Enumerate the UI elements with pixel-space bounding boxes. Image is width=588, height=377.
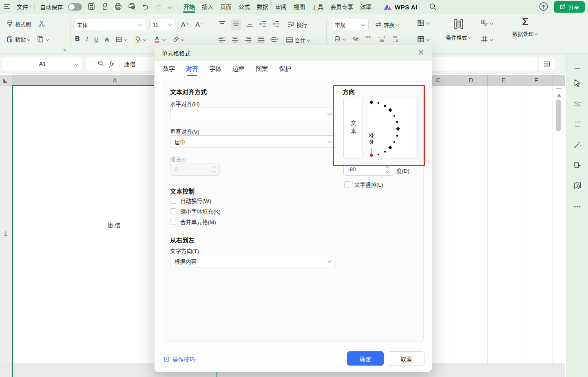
undo-icon[interactable] (141, 2, 149, 12)
paste-button[interactable]: 粘贴 (6, 35, 31, 43)
wrap-text-button[interactable]: 换行 (287, 20, 307, 29)
menu-tab-home[interactable]: 开始 (183, 0, 196, 14)
merge-chevron-icon[interactable] (307, 38, 310, 42)
shrink-font-button[interactable]: A⁻ (195, 21, 203, 29)
menu-tab-insert[interactable]: 插入 (201, 0, 214, 14)
more-options-icon[interactable] (573, 202, 582, 213)
adjust-settings-icon[interactable] (573, 99, 582, 110)
distribute-button[interactable] (270, 35, 279, 45)
eco-book-icon[interactable] (573, 161, 582, 171)
decrease-decimal-button[interactable]: .00→.0 (391, 35, 398, 43)
orientation-vertical-text-box[interactable]: 文本 (343, 98, 363, 159)
align-center-button[interactable] (231, 35, 239, 45)
increase-indent-button[interactable] (272, 20, 280, 29)
table-style-brush-chevron-icon[interactable] (490, 21, 493, 25)
row-header-1[interactable]: 1 (0, 86, 12, 364)
save-icon[interactable] (87, 2, 95, 12)
loop-preview-icon[interactable] (573, 120, 582, 130)
orientation-dot[interactable] (378, 154, 379, 155)
fill-color-button[interactable] (134, 35, 147, 43)
vertical-stack-checkbox[interactable] (344, 181, 350, 187)
file-menu[interactable]: 文件 (16, 0, 29, 14)
align-right-button[interactable] (244, 35, 252, 45)
main-menu-icon[interactable] (3, 3, 11, 11)
bold-button[interactable]: B (75, 35, 80, 43)
paste-chevron-icon[interactable] (27, 37, 31, 41)
align-middle-button[interactable] (231, 19, 241, 30)
decrease-indent-button[interactable] (259, 20, 267, 29)
currency-button[interactable] (334, 35, 346, 43)
grid-frame-chevron-icon[interactable] (490, 37, 493, 41)
degrees-spinner[interactable]: -90 (343, 163, 393, 176)
select-all-corner[interactable] (0, 75, 12, 86)
data-process-button[interactable]: Σ 数据处理 (505, 15, 546, 37)
borders-chevron-icon[interactable] (124, 37, 128, 41)
column-header-e[interactable]: E (497, 77, 510, 84)
horizontal-align-select[interactable] (170, 108, 336, 120)
upload-cloud-icon[interactable] (539, 2, 548, 13)
table-style-brush-button[interactable] (480, 19, 493, 27)
orientation-dot[interactable] (384, 105, 386, 107)
orientation-dot[interactable] (384, 151, 386, 152)
share-button[interactable]: 分享 (554, 1, 585, 13)
orientation-dot[interactable] (393, 115, 395, 117)
copy-button[interactable] (36, 35, 49, 43)
grow-font-button[interactable]: A⁺ (181, 21, 189, 29)
font-color-chevron-icon[interactable] (162, 37, 166, 41)
thousands-separator-button[interactable]: 000· (365, 35, 371, 43)
font-name-select[interactable]: 宋体 (73, 19, 146, 30)
indent-spinner[interactable]: 0 (170, 163, 220, 176)
menu-tab-membership[interactable]: 会员专享 (329, 0, 354, 14)
justify-button[interactable] (257, 35, 265, 45)
copy-chevron-icon[interactable] (46, 37, 49, 41)
wrap-text-checkbox[interactable] (170, 198, 176, 204)
number-format-select[interactable]: 常规 (331, 19, 369, 30)
menu-tab-page[interactable]: 页面 (219, 0, 232, 14)
tab-pattern[interactable]: 图案 (256, 61, 268, 77)
print-preview-icon[interactable] (128, 2, 136, 12)
redo-icon[interactable] (155, 2, 163, 12)
formula-search-icon[interactable] (97, 60, 104, 68)
scrollbar-thumb[interactable] (556, 99, 561, 131)
eraser-chevron-icon[interactable] (181, 37, 185, 41)
ok-button[interactable]: 确定 (347, 351, 384, 366)
borders-button[interactable] (115, 35, 128, 43)
merge-cells-button[interactable]: 合并 (285, 36, 310, 44)
menu-tab-view[interactable]: 视图 (293, 0, 306, 14)
eraser-button[interactable] (172, 35, 185, 43)
close-icon[interactable] (418, 49, 424, 57)
fx-pane-button[interactable]: fx (539, 57, 555, 71)
cell-style-chevron-icon[interactable] (426, 21, 430, 25)
cell-style-button[interactable] (417, 19, 430, 27)
collapse-ribbon-icon[interactable] (573, 64, 581, 74)
degrees-up-icon[interactable] (386, 165, 389, 169)
menu-tab-formula[interactable]: 公式 (238, 0, 251, 14)
orientation-gauge[interactable]: 文本 (368, 98, 418, 159)
format-as-table-chevron-icon[interactable] (426, 37, 430, 41)
name-box-chevron-icon[interactable] (75, 62, 78, 66)
orientation-dot[interactable] (396, 121, 398, 123)
orientation-dot[interactable] (388, 108, 392, 112)
autosave-toggle[interactable] (68, 3, 82, 11)
menu-tab-efficiency[interactable]: 效率 (359, 0, 372, 14)
tips-link[interactable]: 操作技巧 (164, 355, 195, 363)
align-left-button[interactable] (218, 35, 226, 45)
format-painter-button[interactable]: 格式刷 (6, 20, 31, 28)
convert-button[interactable]: 转换 (374, 20, 399, 29)
search-icon[interactable] (429, 2, 437, 12)
tab-font[interactable]: 字体 (209, 61, 221, 77)
orientation-dot[interactable] (396, 127, 400, 131)
magic-wand-icon[interactable] (573, 140, 582, 151)
menu-tab-tools[interactable]: 工具 (311, 0, 324, 14)
text-direction-select[interactable]: 根据内容 (170, 255, 336, 267)
menu-tab-data[interactable]: 数据 (256, 0, 269, 14)
clipboard-dialog-launcher-icon[interactable] (63, 46, 67, 54)
column-header-c[interactable]: C (432, 77, 444, 84)
cut-button[interactable] (38, 20, 46, 28)
align-bottom-button[interactable] (245, 20, 254, 29)
align-top-button[interactable] (218, 20, 226, 29)
cursor-tool-icon[interactable] (573, 78, 582, 90)
convert-chevron-icon[interactable] (396, 23, 399, 26)
orientation-dot[interactable] (388, 146, 392, 150)
vertical-align-select[interactable]: 居中 (170, 135, 336, 148)
